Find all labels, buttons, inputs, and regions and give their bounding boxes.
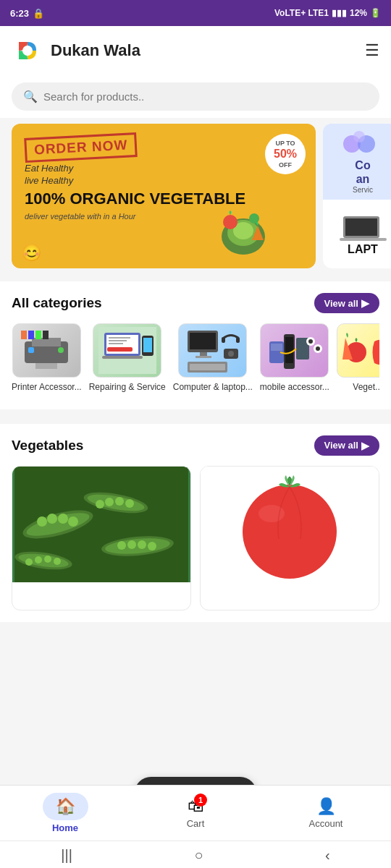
svg-rect-44 <box>285 337 293 363</box>
banner-side-company: Co an <box>355 158 370 186</box>
home-label: Home <box>52 822 78 833</box>
category-vegetable-name: Veget... s <box>353 382 379 393</box>
svg-point-54 <box>37 516 47 527</box>
battery-icon: 🔋 <box>370 8 381 18</box>
home-nav-btn[interactable]: 🏠 <box>43 793 88 820</box>
svg-rect-10 <box>345 218 377 236</box>
category-item[interactable]: mobile accessor... <box>260 323 329 393</box>
nav-home[interactable]: 🏠 Home <box>36 793 94 833</box>
product-card-tomato[interactable] <box>200 466 379 610</box>
svg-point-69 <box>148 542 156 550</box>
search-icon: 🔍 <box>23 90 38 103</box>
home-icon: 🏠 <box>56 797 75 815</box>
category-vegetable-image <box>337 323 379 378</box>
svg-rect-20 <box>43 331 49 339</box>
svg-rect-18 <box>28 331 34 339</box>
svg-rect-27 <box>109 337 130 339</box>
search-input[interactable] <box>43 90 368 103</box>
svg-rect-29 <box>109 343 123 344</box>
svg-rect-19 <box>35 331 41 339</box>
account-label: Account <box>309 818 343 829</box>
svg-point-67 <box>127 540 136 549</box>
cart-wrap: 🛍 1 <box>188 797 203 816</box>
category-printer-image <box>12 323 81 378</box>
svg-rect-17 <box>21 331 27 339</box>
category-printer-name: Printer Accessor... <box>12 382 82 393</box>
svg-point-40 <box>228 351 234 357</box>
svg-point-74 <box>44 556 51 563</box>
order-now-badge: ORDER NOW <box>24 132 138 163</box>
product-card-green-peas[interactable] <box>12 466 191 610</box>
svg-rect-11 <box>340 238 387 241</box>
svg-rect-32 <box>190 333 216 349</box>
vegetables-title: Vegetables <box>12 438 83 454</box>
bottom-nav: 🏠 Home 🛍 1 Cart 👤 Account <box>0 785 391 842</box>
account-icon: 👤 <box>316 797 336 816</box>
category-item[interactable]: Printer Accessor... <box>12 323 82 393</box>
svg-point-62 <box>115 497 124 506</box>
category-computer-name: Computer & laptop... <box>173 382 253 393</box>
banner-side[interactable]: Co an Servic LAPT <box>323 124 391 268</box>
back-button[interactable]: ‹ <box>325 847 330 864</box>
category-item[interactable]: Computer & laptop... <box>173 323 253 393</box>
svg-point-0 <box>22 46 33 56</box>
app-logo <box>12 35 43 67</box>
tomato-image <box>201 467 379 582</box>
vegetables-view-all-button[interactable]: View all ▶ <box>314 435 379 456</box>
battery-level: 12% <box>350 8 367 18</box>
svg-point-75 <box>54 558 61 565</box>
categories-header: All categories View all ▶ <box>12 293 379 313</box>
category-mobile-image <box>260 323 329 378</box>
category-repair-image <box>93 323 161 378</box>
svg-rect-37 <box>222 337 225 343</box>
system-nav: ||| ○ ‹ <box>0 841 391 868</box>
svg-rect-24 <box>102 356 143 359</box>
cart-label: Cart <box>187 818 205 829</box>
categories-title: All categories <box>12 295 102 311</box>
smiley-icon: 😊 <box>22 244 41 263</box>
category-item[interactable]: Veget... s <box>337 323 379 393</box>
svg-point-60 <box>96 500 104 509</box>
laptop-label: LAPT <box>348 243 378 256</box>
banner-side-bottom: LAPT <box>323 200 391 268</box>
svg-rect-30 <box>107 347 133 352</box>
nav-cart[interactable]: 🛍 1 Cart <box>167 797 224 829</box>
svg-rect-14 <box>35 363 57 369</box>
svg-point-47 <box>308 339 313 344</box>
veg-view-all-arrow-icon: ▶ <box>361 440 369 451</box>
svg-point-5 <box>249 213 259 224</box>
home-button[interactable]: ○ <box>194 847 203 864</box>
status-bar: 6:23 🔒 VoLTE+ LTE1 ▮▮▮ 12% 🔋 <box>0 0 391 26</box>
svg-point-8 <box>353 131 365 142</box>
nav-account[interactable]: 👤 Account <box>297 797 355 829</box>
category-mobile-name: mobile accessor... <box>260 382 329 393</box>
menu-icon[interactable]: ☰ <box>365 41 379 60</box>
view-all-arrow-icon: ▶ <box>361 297 369 309</box>
banner-main[interactable]: ORDER NOW Eat Healthy live Healthy 100% … <box>12 124 316 268</box>
svg-point-49 <box>316 346 320 351</box>
banner-sub: Eat Healthy live Healthy <box>25 163 303 187</box>
svg-rect-33 <box>200 352 207 356</box>
category-item[interactable]: Repairing & Service <box>89 323 166 393</box>
vegetables-section: Vegetables View all ▶ <box>0 424 391 622</box>
search-input-wrap[interactable]: 🔍 <box>12 82 379 111</box>
lock-icon: 🔒 <box>33 8 44 19</box>
svg-point-4 <box>223 215 237 229</box>
svg-point-66 <box>117 541 126 550</box>
network-info: VoLTE+ LTE1 <box>274 8 329 18</box>
svg-rect-28 <box>109 340 127 341</box>
categories-row: Printer Accessor... <box>12 323 379 398</box>
view-all-label: View all <box>324 298 358 309</box>
svg-rect-26 <box>143 338 152 352</box>
svg-point-73 <box>35 556 42 563</box>
svg-point-77 <box>243 485 337 579</box>
svg-rect-42 <box>271 344 282 351</box>
svg-point-72 <box>25 558 33 566</box>
search-bar: 🔍 <box>0 75 391 118</box>
svg-point-56 <box>58 514 68 524</box>
veggie-illustration <box>214 200 272 261</box>
header: Dukan Wala ☰ <box>0 26 391 75</box>
categories-view-all-button[interactable]: View all ▶ <box>314 293 379 313</box>
svg-point-57 <box>68 516 78 527</box>
recent-apps-button[interactable]: ||| <box>61 847 72 864</box>
